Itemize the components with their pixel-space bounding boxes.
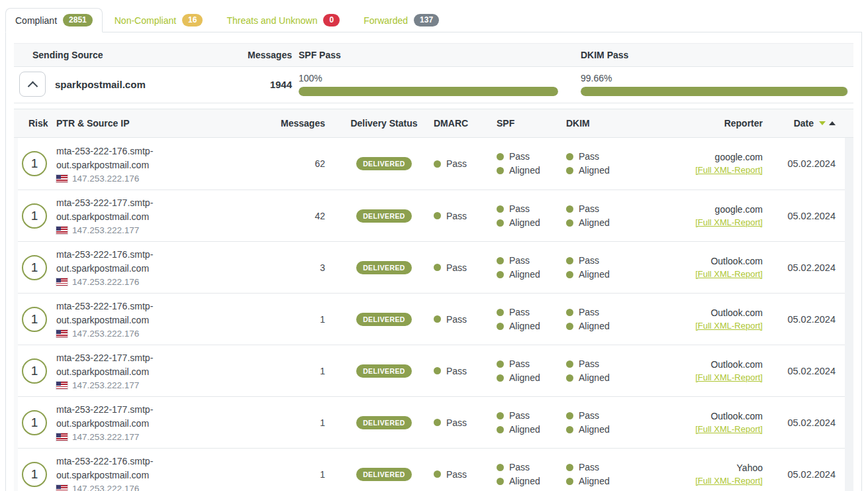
tab-forwarded-count-badge: 137 bbox=[414, 14, 439, 27]
reporter-domain: Outlook.com bbox=[669, 409, 763, 423]
full-xml-report-link[interactable]: [Full XML-Report] bbox=[695, 269, 763, 279]
risk-score-badge: 1 bbox=[22, 151, 47, 176]
risk-score-value: 1 bbox=[31, 467, 38, 482]
spf-pass-dot bbox=[497, 309, 504, 316]
row-messages-count: 1 bbox=[215, 366, 334, 376]
table-row: 1 mta-253-222-176.smtp-out.sparkpostmail… bbox=[18, 293, 845, 345]
header-risk: Risk bbox=[14, 118, 56, 129]
header-spf: SPF bbox=[497, 118, 566, 129]
summary-header-messages: Messages bbox=[232, 50, 292, 60]
delivery-status-badge: DELIVERED bbox=[356, 468, 412, 481]
ptr-hostname: mta-253-222-177.smtp-out.sparkpostmail.c… bbox=[56, 196, 170, 224]
us-flag-icon bbox=[56, 278, 68, 286]
table-row: 1 mta-253-222-176.smtp-out.sparkpostmail… bbox=[18, 138, 845, 190]
risk-score-value: 1 bbox=[31, 415, 38, 430]
report-date: 05.02.2024 bbox=[768, 417, 845, 428]
spf-result: Pass bbox=[509, 461, 530, 474]
dkim-result: Pass bbox=[579, 254, 599, 268]
report-page: Compliant 2851 Non-Compliant 16 Threats … bbox=[5, 8, 862, 491]
header-ptr-source-ip: PTR & Source IP bbox=[56, 118, 215, 129]
sort-desc-icon[interactable] bbox=[819, 121, 826, 125]
full-xml-report-link[interactable]: [Full XML-Report] bbox=[695, 476, 763, 486]
header-date-sort[interactable]: Date bbox=[768, 118, 853, 129]
header-dkim: DKIM bbox=[566, 118, 669, 129]
table-row: 1 mta-253-222-176.smtp-out.sparkpostmail… bbox=[18, 241, 845, 293]
dkim-aligned-dot bbox=[566, 478, 573, 485]
us-flag-icon bbox=[56, 330, 68, 337]
spf-pass-dot bbox=[497, 205, 504, 213]
dkim-pass-percent: 99.66% bbox=[581, 73, 848, 83]
header-messages: Messages bbox=[215, 118, 334, 129]
sort-asc-icon[interactable] bbox=[829, 121, 836, 125]
risk-score-badge: 1 bbox=[22, 410, 47, 435]
full-xml-report-link[interactable]: [Full XML-Report] bbox=[695, 321, 763, 331]
compliant-panel: Sending Source Messages SPF Pass DKIM Pa… bbox=[5, 32, 862, 491]
reporter-domain: Outlook.com bbox=[669, 358, 763, 371]
spf-result: Pass bbox=[509, 202, 530, 216]
delivery-status-badge: DELIVERED bbox=[356, 364, 412, 378]
dkim-alignment: Aligned bbox=[579, 164, 610, 178]
dkim-aligned-dot bbox=[566, 219, 573, 227]
dmarc-result: Pass bbox=[446, 314, 467, 325]
summary-header-sending-source: Sending Source bbox=[14, 50, 232, 60]
tab-compliant-count-badge: 2851 bbox=[63, 14, 93, 27]
tab-threats-unknown[interactable]: Threats and Unknown 0 bbox=[215, 9, 352, 32]
table-row: 1 mta-253-222-176.smtp-out.sparkpostmail… bbox=[18, 448, 845, 491]
delivery-status-badge: DELIVERED bbox=[356, 209, 412, 223]
spf-pass-dot bbox=[497, 153, 504, 160]
full-xml-report-link[interactable]: [Full XML-Report] bbox=[695, 217, 763, 227]
spf-pass-dot bbox=[497, 464, 504, 471]
report-date: 05.02.2024 bbox=[768, 314, 845, 325]
spf-pass-bar bbox=[299, 87, 558, 96]
delivery-status-badge: DELIVERED bbox=[356, 157, 412, 170]
vertical-scrollbar[interactable] bbox=[845, 138, 853, 491]
source-messages-count: 1944 bbox=[232, 79, 292, 90]
us-flag-icon bbox=[56, 382, 68, 389]
dkim-aligned-dot bbox=[566, 271, 573, 278]
spf-aligned-dot bbox=[497, 219, 504, 227]
dmarc-result: Pass bbox=[446, 469, 467, 480]
spf-result: Pass bbox=[509, 305, 530, 319]
summary-header-dkim-pass: DKIM Pass bbox=[573, 50, 853, 60]
detail-header-row: Risk PTR & Source IP Messages Delivery S… bbox=[14, 109, 853, 138]
report-date: 05.02.2024 bbox=[768, 158, 845, 169]
report-date: 05.02.2024 bbox=[768, 262, 845, 273]
dmarc-pass-dot bbox=[434, 212, 441, 219]
table-row: 1 mta-253-222-177.smtp-out.sparkpostmail… bbox=[18, 396, 845, 448]
dkim-aligned-dot bbox=[566, 167, 573, 174]
risk-score-badge: 1 bbox=[22, 307, 47, 332]
full-xml-report-link[interactable]: [Full XML-Report] bbox=[695, 424, 763, 434]
dkim-pass-dot bbox=[566, 412, 573, 419]
spf-pass-dot bbox=[497, 412, 504, 419]
spf-result: Pass bbox=[509, 150, 530, 164]
full-xml-report-link[interactable]: [Full XML-Report] bbox=[695, 165, 763, 175]
ptr-hostname: mta-253-222-177.smtp-out.sparkpostmail.c… bbox=[56, 403, 170, 431]
dmarc-pass-dot bbox=[434, 315, 441, 323]
spf-alignment: Aligned bbox=[509, 216, 540, 230]
dmarc-result: Pass bbox=[446, 262, 467, 273]
dkim-pass-bar bbox=[581, 87, 848, 96]
delivery-status-badge: DELIVERED bbox=[356, 313, 412, 326]
collapse-source-button[interactable] bbox=[19, 72, 46, 97]
us-flag-icon bbox=[56, 433, 68, 441]
dkim-aligned-dot bbox=[566, 426, 573, 433]
spf-result: Pass bbox=[509, 409, 530, 423]
tab-forwarded[interactable]: Forwarded 137 bbox=[352, 9, 451, 32]
tab-compliant[interactable]: Compliant 2851 bbox=[5, 8, 103, 32]
risk-score-value: 1 bbox=[31, 209, 38, 223]
reporter-domain: google.com bbox=[669, 150, 763, 164]
full-xml-report-link[interactable]: [Full XML-Report] bbox=[695, 372, 763, 382]
risk-score-badge: 1 bbox=[22, 358, 47, 384]
risk-score-badge: 1 bbox=[22, 203, 47, 229]
tab-non-compliant[interactable]: Non-Compliant 16 bbox=[103, 9, 215, 32]
spf-aligned-dot bbox=[497, 271, 504, 278]
ptr-hostname: mta-253-222-176.smtp-out.sparkpostmail.c… bbox=[56, 455, 170, 482]
tab-non-compliant-count-badge: 16 bbox=[182, 14, 203, 27]
dkim-alignment: Aligned bbox=[579, 423, 610, 437]
ptr-hostname: mta-253-222-176.smtp-out.sparkpostmail.c… bbox=[56, 248, 170, 276]
source-ip: 147.253.222.177 bbox=[72, 432, 139, 442]
dkim-alignment: Aligned bbox=[579, 216, 610, 230]
spf-alignment: Aligned bbox=[509, 164, 540, 178]
delivery-status-badge: DELIVERED bbox=[356, 416, 412, 429]
spf-aligned-dot bbox=[497, 323, 504, 330]
